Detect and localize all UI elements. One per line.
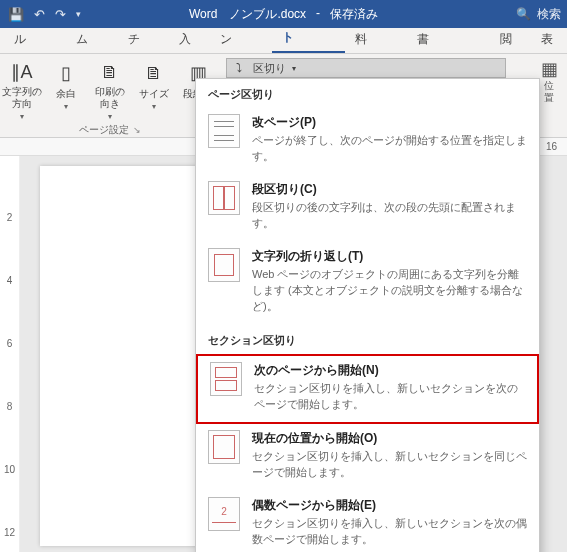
section-even-page-icon <box>208 497 240 531</box>
text-wrap-icon <box>208 248 240 282</box>
orientation-icon: 🗎 <box>98 62 122 84</box>
ribbon-tabs: ファイル ホーム タッチ 挿入 デザイン レイアウト 参考資料 差し込み文書 校… <box>0 28 567 54</box>
menu-section-page-breaks: ページ区切り <box>196 79 539 108</box>
margins-icon: ▯ <box>54 62 78 86</box>
vertical-ruler: 2 4 6 8 10 12 <box>0 156 20 552</box>
window-title: Word ノンブル.docx - 保存済み <box>189 6 378 23</box>
menu-item-even-page[interactable]: 偶数ページから開始(E) セクション区切りを挿入し、新しいセクションを次の偶数ペ… <box>196 491 539 552</box>
document-name: Word ノンブル.docx <box>189 6 306 23</box>
margins-button[interactable]: ▯ 余白 ▾ <box>46 60 86 120</box>
column-break-icon <box>208 181 240 215</box>
search-icon: 🔍 <box>516 7 531 21</box>
group-page-setup: ∥A 文字列の 方向 ▾ ▯ 余白 ▾ 🗎 印刷の 向き ▾ 🗎 サイズ ▾ ▥ <box>0 54 220 137</box>
dialog-launcher-icon[interactable]: ↘ <box>133 125 141 135</box>
menu-item-page-break[interactable]: 改ページ(P) ページが終了し、次のページが開始する位置を指定します。 <box>196 108 539 175</box>
section-next-page-icon <box>210 362 242 396</box>
quick-access-toolbar: 💾 ↶ ↷ ▾ <box>0 7 81 22</box>
undo-icon[interactable]: ↶ <box>34 7 45 22</box>
breaks-icon: ⤵ <box>231 61 247 75</box>
text-direction-icon: ∥A <box>10 62 34 84</box>
chevron-down-icon: ▾ <box>152 102 156 112</box>
menu-item-text-wrapping-break[interactable]: 文字列の折り返し(T) Web ページのオブジェクトの周囲にある文字列を分離しま… <box>196 242 539 325</box>
position-icon: ▦ <box>541 58 558 80</box>
size-icon: 🗎 <box>142 62 166 86</box>
breaks-menu: ページ区切り 改ページ(P) ページが終了し、次のページが開始する位置を指定しま… <box>195 78 540 552</box>
qat-dropdown-icon[interactable]: ▾ <box>76 9 81 19</box>
chevron-down-icon: ▾ <box>20 112 24 122</box>
search-label: 検索 <box>537 6 561 23</box>
breaks-button[interactable]: ⤵ 区切り ▾ <box>226 58 506 78</box>
ruler-tick: 16 <box>546 141 557 152</box>
text-direction-button[interactable]: ∥A 文字列の 方向 ▾ <box>2 60 42 120</box>
tab-table[interactable]: 表 <box>531 26 563 53</box>
page-break-icon <box>208 114 240 148</box>
size-button[interactable]: 🗎 サイズ ▾ <box>134 60 174 120</box>
menu-section-section-breaks: セクション区切り <box>196 325 539 354</box>
save-icon[interactable]: 💾 <box>8 7 24 22</box>
menu-item-column-break[interactable]: 段区切り(C) 段区切りの後の文字列は、次の段の先頭に配置されます。 <box>196 175 539 242</box>
chevron-down-icon: ▾ <box>64 102 68 112</box>
save-status: 保存済み <box>330 6 378 23</box>
page[interactable] <box>40 166 200 546</box>
chevron-down-icon: ▾ <box>292 64 296 73</box>
menu-item-next-page[interactable]: 次のページから開始(N) セクション区切りを挿入し、新しいセクションを次のページ… <box>196 354 539 425</box>
section-continuous-icon <box>208 430 240 464</box>
redo-icon[interactable]: ↷ <box>55 7 66 22</box>
menu-item-continuous[interactable]: 現在の位置から開始(O) セクション区切りを挿入し、新しいセクションを同じページ… <box>196 424 539 491</box>
titlebar: 💾 ↶ ↷ ▾ Word ノンブル.docx - 保存済み 🔍 検索 <box>0 0 567 28</box>
search-box[interactable]: 🔍 検索 <box>516 6 561 23</box>
orientation-button[interactable]: 🗎 印刷の 向き ▾ <box>90 60 130 120</box>
group-label-page-setup: ページ設定 ↘ <box>79 120 141 139</box>
